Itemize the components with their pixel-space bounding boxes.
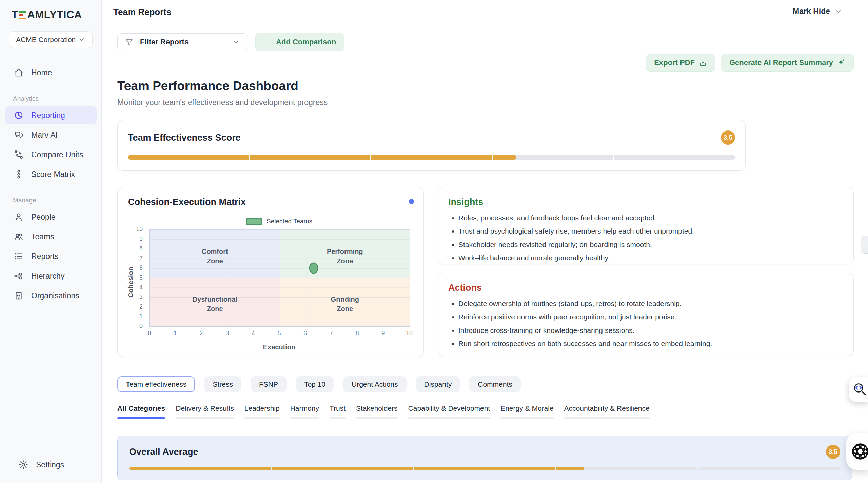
status-dot-icon: [409, 199, 414, 204]
funnel-icon: [125, 38, 133, 46]
compare-icon: [14, 149, 24, 160]
sidebar-item-label: Score Matrix: [31, 170, 75, 179]
logo-suffix: AMLYTICA: [27, 9, 82, 21]
y-tick-label: 7: [139, 255, 143, 262]
knot-logo-icon: [850, 442, 868, 461]
cohesion-execution-matrix-card: Cohesion-Execution Matrix Selected Teams…: [117, 187, 424, 357]
filter-reports-dropdown[interactable]: Filter Reports: [117, 33, 248, 51]
sparkles-icon: [837, 59, 845, 67]
data-point[interactable]: [309, 263, 318, 274]
sidebar-item-label: People: [31, 213, 56, 222]
insights-card: Insights Roles, processes, and feedback …: [438, 187, 854, 264]
sidebar: T AMLYTICA ACME Corporation HomeAnalytic…: [0, 0, 102, 483]
report-tab-top-10[interactable]: Top 10: [296, 376, 334, 392]
report-tab-urgent-actions[interactable]: Urgent Actions: [343, 376, 407, 392]
zone-label: Dysfunctional Zone: [193, 295, 237, 314]
category-tab-leadership[interactable]: Leadership: [244, 404, 280, 419]
category-tab-all-categories[interactable]: All Categories: [117, 404, 165, 419]
y-tick-label: 10: [136, 226, 143, 233]
list-item: Run short retrospectives on both success…: [458, 339, 843, 349]
category-tab-harmony[interactable]: Harmony: [290, 404, 319, 419]
logo-e-bars-icon: [19, 11, 26, 20]
user-menu[interactable]: Mark Hide: [793, 7, 842, 16]
dashboard-grid: Cohesion-Execution Matrix Selected Teams…: [117, 187, 854, 357]
chat-bubbles-icon: [14, 130, 24, 140]
sidebar-item-label: Organisations: [31, 291, 79, 300]
category-tab-label: Accountability & Resilience: [564, 404, 650, 412]
list-item: Stakeholder needs revisited regularly; o…: [458, 240, 843, 250]
page-title: Team Performance Dashboard: [117, 79, 854, 93]
overall-average-card: Overall Average 3.5: [117, 436, 852, 480]
sidebar-item-settings[interactable]: Settings: [9, 456, 92, 474]
content: Filter Reports Add Comparison Export PDF…: [102, 33, 868, 483]
category-tab-energy-morale[interactable]: Energy & Morale: [500, 404, 553, 419]
effectiveness-score-badge: 3.5: [721, 130, 735, 145]
category-tab-underline: [330, 417, 346, 419]
effectiveness-progress-bar: [128, 155, 735, 160]
sidebar-item-compare-units[interactable]: Compare Units: [5, 146, 97, 163]
inspect-widget-button[interactable]: [849, 377, 868, 402]
overall-average-title: Overall Average: [129, 447, 198, 457]
zone-label: Grinding Zone: [331, 295, 359, 314]
list-item: Delegate ownership of routines (stand-up…: [458, 299, 843, 309]
sidebar-settings: Settings: [0, 454, 101, 483]
list-icon: [14, 251, 24, 261]
sidebar-item-home[interactable]: Home: [5, 64, 97, 81]
category-tab-underline: [356, 417, 398, 419]
report-tab-fsnp[interactable]: FSNP: [251, 376, 287, 392]
category-tab-accountability-resilience[interactable]: Accountability & Resilience: [564, 404, 650, 419]
report-tab-comments[interactable]: Comments: [469, 376, 521, 392]
org-chart-icon: [14, 271, 24, 281]
insights-actions-column: Insights Roles, processes, and feedback …: [438, 187, 854, 356]
progress-segment-gap: [413, 467, 414, 470]
sidebar-item-label: Settings: [36, 460, 64, 469]
sidebar-item-hierarchy[interactable]: Hierarchy: [5, 267, 97, 285]
sidebar-item-label: Marv AI: [31, 130, 58, 140]
category-tab-delivery-results[interactable]: Delivery & Results: [176, 404, 234, 419]
sidebar-item-reports[interactable]: Reports: [5, 247, 97, 265]
pie-chart-icon: [14, 110, 24, 120]
category-tab-label: All Categories: [117, 404, 165, 412]
sidebar-item-label: Hierarchy: [31, 271, 64, 281]
effectiveness-title: Team Effectiveness Score: [128, 133, 241, 143]
list-item: Work–life balance and morale generally h…: [458, 253, 843, 263]
category-tab-trust[interactable]: Trust: [330, 404, 346, 419]
side-drag-handle[interactable]: [861, 236, 868, 254]
y-tick-label: 5: [139, 274, 143, 281]
gridlines: [150, 229, 410, 326]
report-tab-disparity[interactable]: Disparity: [416, 376, 460, 392]
x-tick-label: 4: [252, 330, 255, 337]
generate-ai-summary-button[interactable]: Generate AI Report Summary: [721, 54, 854, 72]
logo-prefix: T: [12, 9, 18, 21]
progress-segment-gap: [697, 467, 699, 470]
add-comparison-button[interactable]: Add Comparison: [255, 33, 344, 51]
report-tab-team-effectiveness[interactable]: Team effectiveness: [117, 376, 195, 392]
progress-segment-gap: [555, 467, 556, 470]
sidebar-item-reporting[interactable]: Reporting: [5, 106, 97, 124]
category-tab-underline: [244, 417, 280, 419]
chevron-down-icon: [233, 38, 240, 46]
progress-fill: [128, 155, 516, 160]
chat-widget-button[interactable]: [846, 433, 868, 470]
sidebar-item-marv-ai[interactable]: Marv AI: [5, 126, 97, 144]
x-axis-ticks: 012345678910: [149, 330, 409, 339]
export-pdf-button[interactable]: Export PDF: [646, 54, 715, 72]
export-row: Export PDF Generate AI Report Summary: [117, 54, 854, 72]
report-tab-stress[interactable]: Stress: [204, 376, 241, 392]
category-tab-capability-development[interactable]: Capability & Development: [408, 404, 490, 419]
x-tick-label: 10: [406, 330, 412, 337]
sidebar-item-score-matrix[interactable]: Score Matrix: [5, 165, 97, 183]
main-area: Team Reports Mark Hide Filter Reports Ad…: [102, 0, 868, 483]
actions-list: Delegate ownership of routines (stand-up…: [448, 299, 843, 349]
category-tab-stakeholders[interactable]: Stakeholders: [356, 404, 398, 419]
topbar: Team Reports Mark Hide: [102, 0, 868, 17]
code-search-icon: [852, 382, 867, 397]
generate-ai-summary-label: Generate AI Report Summary: [729, 58, 833, 67]
sidebar-item-teams[interactable]: Teams: [5, 228, 97, 245]
sidebar-item-organisations[interactable]: Organisations: [5, 287, 97, 304]
x-tick-label: 0: [147, 330, 151, 337]
company-selector[interactable]: ACME Corporation: [9, 31, 93, 48]
sidebar-item-people[interactable]: People: [5, 208, 97, 226]
category-tab-label: Delivery & Results: [176, 404, 234, 412]
page-subtitle: Monitor your team's effectiveness and de…: [117, 98, 854, 107]
